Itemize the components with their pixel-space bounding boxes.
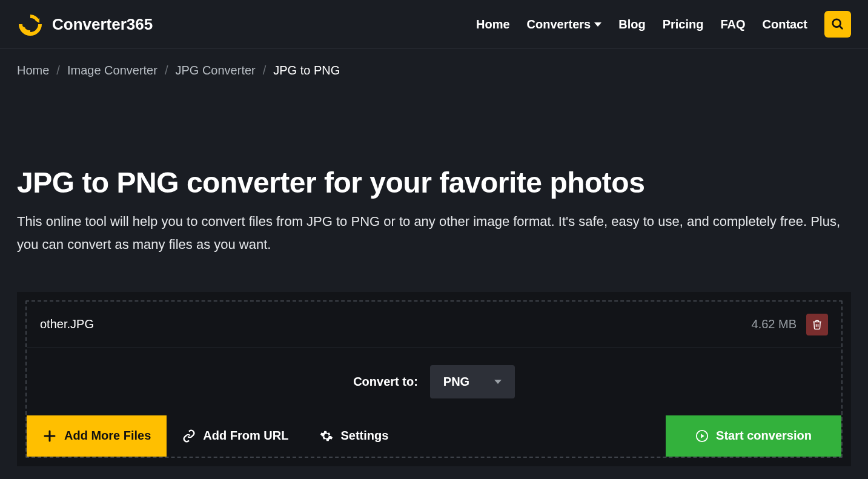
nav-blog[interactable]: Blog [618, 18, 645, 31]
nav-contact[interactable]: Contact [763, 18, 807, 31]
logo-text: Converter365 [52, 15, 153, 34]
play-icon [695, 429, 709, 443]
breadcrumb-separator: / [56, 64, 60, 78]
add-more-files-button[interactable]: Add More Files [27, 415, 167, 457]
file-name: other.JPG [40, 317, 94, 331]
chevron-down-icon [494, 380, 502, 384]
logo-icon [17, 11, 44, 38]
svg-marker-8 [701, 434, 704, 438]
convert-row: Convert to: PNG [27, 348, 841, 415]
format-selected: PNG [443, 375, 469, 389]
action-row: Add More Files Add From URL Settings [27, 415, 841, 457]
settings-button[interactable]: Settings [304, 415, 404, 457]
nav-converters[interactable]: Converters [527, 18, 602, 31]
breadcrumb-home[interactable]: Home [17, 64, 49, 78]
svg-line-4 [840, 26, 843, 29]
breadcrumb-separator: / [263, 64, 267, 78]
chevron-down-icon [594, 22, 601, 27]
plus-icon [42, 429, 57, 443]
start-conversion-label: Start conversion [716, 429, 812, 443]
search-button[interactable] [824, 11, 851, 38]
delete-file-button[interactable] [806, 314, 828, 335]
link-icon [182, 429, 196, 443]
main-nav: Home Converters Blog Pricing FAQ Contact [476, 11, 851, 38]
gear-icon [320, 429, 333, 443]
page-title: JPG to PNG converter for your favorite p… [17, 166, 851, 199]
logo[interactable]: Converter365 [17, 11, 153, 38]
add-from-url-button[interactable]: Add From URL [167, 415, 304, 457]
file-size: 4.62 MB [752, 317, 797, 331]
nav-converters-label: Converters [527, 18, 591, 31]
format-select[interactable]: PNG [430, 365, 515, 398]
trash-icon [812, 319, 823, 330]
file-meta: 4.62 MB [752, 314, 828, 335]
breadcrumb-image-converter[interactable]: Image Converter [67, 64, 157, 78]
nav-faq[interactable]: FAQ [720, 18, 745, 31]
page-content: JPG to PNG converter for your favorite p… [0, 78, 868, 466]
file-row: other.JPG 4.62 MB [27, 302, 841, 348]
main-header: Converter365 Home Converters Blog Pricin… [0, 0, 868, 49]
breadcrumb: Home / Image Converter / JPG Converter /… [0, 49, 868, 78]
convert-to-label: Convert to: [353, 375, 418, 389]
converter-panel: other.JPG 4.62 MB Convert to: [17, 292, 851, 466]
add-more-files-label: Add More Files [64, 429, 151, 443]
start-conversion-button[interactable]: Start conversion [666, 415, 841, 457]
drop-area[interactable]: other.JPG 4.62 MB Convert to: [25, 300, 843, 458]
nav-pricing[interactable]: Pricing [663, 18, 704, 31]
breadcrumb-current: JPG to PNG [273, 64, 340, 78]
breadcrumb-separator: / [165, 64, 168, 78]
search-icon [831, 18, 844, 31]
breadcrumb-jpg-converter[interactable]: JPG Converter [175, 64, 255, 78]
page-subtitle: This online tool will help you to conver… [17, 210, 841, 256]
add-from-url-label: Add From URL [203, 429, 288, 443]
settings-label: Settings [340, 429, 388, 443]
nav-home[interactable]: Home [476, 18, 510, 31]
